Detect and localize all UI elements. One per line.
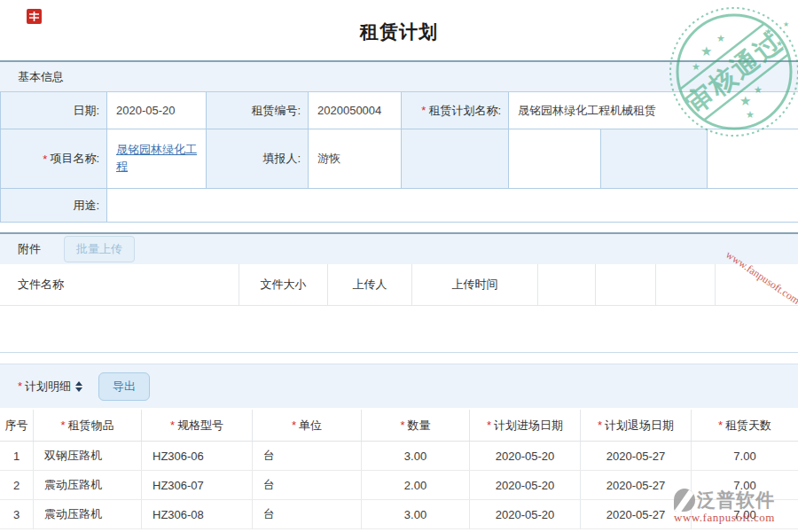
- required-star: *: [598, 419, 602, 432]
- col-file-name: 文件名称: [0, 264, 239, 305]
- batch-upload-button[interactable]: 批量上传: [64, 236, 135, 262]
- cell-rental-item: 震动压路机: [34, 471, 142, 500]
- required-star: *: [487, 419, 491, 432]
- cell-rental-item: 双钢压路机: [34, 442, 142, 471]
- section-basic-info-title: 基本信息: [18, 69, 64, 85]
- col-unit: *单位: [253, 410, 362, 441]
- project-link[interactable]: 晟铭园林绿化工程: [116, 142, 206, 176]
- cell-spec-model: HZ306-07: [142, 471, 253, 500]
- cell-exit-date: 2020-05-27: [581, 500, 692, 529]
- required-star: *: [400, 419, 404, 432]
- section-plan-details: * 计划明细 导出: [0, 364, 798, 408]
- col-empty: [596, 264, 656, 305]
- sort-toggle-icon[interactable]: [75, 381, 82, 392]
- section-attachments-title: 附件: [18, 241, 41, 257]
- section-attachments: 附件 批量上传: [0, 232, 798, 264]
- purpose-value-cell: [107, 189, 798, 223]
- plan-details-table-body: 1 双钢压路机 HZ306-06 台 3.00 2020-05-20 2020-…: [0, 442, 798, 529]
- project-value-cell: 晟铭园林绿化工程: [107, 129, 207, 189]
- required-star: *: [43, 153, 47, 166]
- cell-rental-item: 震动压路机: [34, 500, 142, 529]
- plan-details-table-header: 序号 *租赁物品 *规格型号 *单位 *数量 *计划进场日期 *计划退场日期 *…: [0, 410, 798, 442]
- col-file-size: 文件大小: [239, 264, 328, 305]
- page-title: 租赁计划: [0, 20, 798, 44]
- purpose-label-cell: 用途:: [1, 189, 107, 223]
- section-basic-info: 基本信息: [0, 60, 798, 91]
- cell-seq: 3: [0, 500, 34, 529]
- col-upload-time: 上传时间: [412, 264, 538, 305]
- col-seq: 序号: [0, 410, 34, 441]
- plan-name-label-cell: * 租赁计划名称:: [402, 92, 509, 129]
- required-star: *: [170, 419, 175, 432]
- col-rental-days: *租赁天数: [692, 410, 798, 441]
- col-empty: [538, 264, 596, 305]
- cell-rental-days: 7.00: [692, 471, 798, 500]
- empty-value-cell: [509, 129, 601, 189]
- col-empty: [656, 264, 716, 305]
- col-entry-date: *计划进场日期: [470, 410, 581, 441]
- required-star: *: [421, 104, 426, 117]
- cell-entry-date: 2020-05-20: [470, 471, 581, 500]
- cell-spec-model: HZ306-08: [142, 500, 253, 529]
- cell-quantity: 2.00: [362, 471, 470, 500]
- cell-spec-model: HZ306-06: [142, 442, 253, 471]
- date-value-cell: 2020-05-20: [107, 92, 207, 129]
- empty-value-cell: [708, 129, 798, 189]
- empty-label-cell: [601, 129, 708, 189]
- required-star: *: [60, 419, 65, 432]
- attachments-bottom-divider: [0, 352, 798, 353]
- cell-unit: 台: [253, 442, 362, 471]
- svg-text:★: ★: [700, 43, 712, 59]
- col-empty: [716, 264, 798, 305]
- plan-name-value-cell: 晟铭园林绿化工程机械租赁: [509, 92, 798, 129]
- cell-entry-date: 2020-05-20: [470, 500, 581, 529]
- rental-no-label-cell: 租赁编号:: [207, 92, 309, 129]
- cell-rental-days: 7.00: [692, 442, 798, 471]
- cell-exit-date: 2020-05-27: [581, 442, 692, 471]
- col-quantity: *数量: [362, 410, 470, 441]
- basic-info-form: 日期: 2020-05-20 租赁编号: 2020050004 * 租赁计划名称…: [0, 91, 798, 223]
- section-plan-details-title: 计划明细: [25, 379, 71, 395]
- project-label-cell: * 项目名称:: [1, 129, 107, 189]
- reporter-value-cell: 游恢: [309, 129, 402, 189]
- cell-seq: 2: [0, 471, 34, 500]
- empty-label-cell: [402, 129, 509, 189]
- cell-unit: 台: [253, 471, 362, 500]
- cell-quantity: 3.00: [362, 500, 470, 529]
- required-star: *: [18, 379, 22, 393]
- col-uploader: 上传人: [328, 264, 412, 305]
- col-rental-item: *租赁物品: [34, 410, 142, 441]
- date-label-cell: 日期:: [1, 92, 107, 129]
- cell-rental-days: 7.00: [692, 500, 798, 529]
- cell-quantity: 3.00: [362, 442, 470, 471]
- required-star: *: [292, 419, 296, 432]
- col-exit-date: *计划退场日期: [581, 410, 692, 441]
- required-star: *: [718, 419, 723, 432]
- attachments-table-header: 文件名称 文件大小 上传人 上传时间: [0, 264, 798, 306]
- rental-no-value-cell: 2020050004: [309, 92, 402, 129]
- cell-exit-date: 2020-05-27: [581, 471, 692, 500]
- cell-seq: 1: [0, 442, 34, 471]
- col-spec-model: *规格型号: [142, 410, 253, 441]
- cell-entry-date: 2020-05-20: [470, 442, 581, 471]
- cell-unit: 台: [253, 500, 362, 529]
- export-button[interactable]: 导出: [98, 372, 150, 401]
- reporter-label-cell: 填报人:: [207, 129, 309, 189]
